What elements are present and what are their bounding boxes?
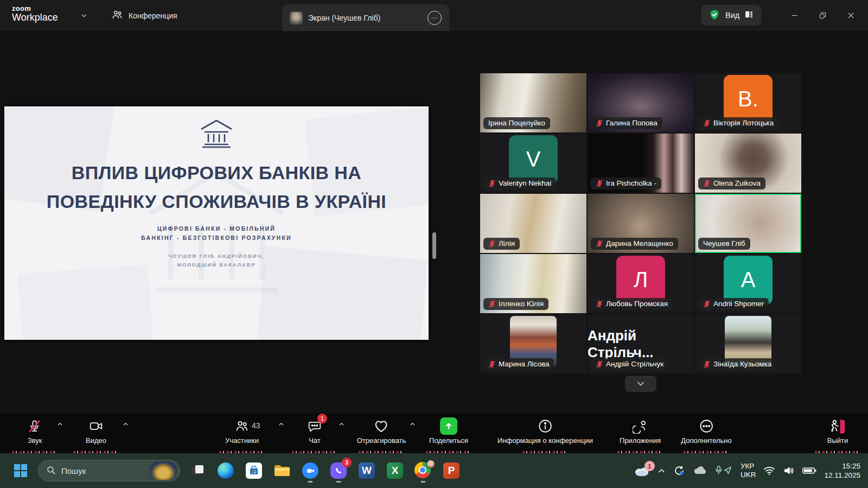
view-button[interactable]: Вид (701, 5, 761, 26)
participant-tile[interactable]: Галина Попова (588, 73, 694, 132)
tray-time: 15:25 (824, 461, 860, 471)
participant-tile[interactable]: ЛЛюбовь Промская (588, 254, 694, 313)
tab-shared-screen-label: Экран (Чеушев Глiб) (308, 14, 380, 22)
weather-badge: 1 (644, 461, 655, 471)
more-toolbar-button[interactable]: Дополнительно (681, 417, 732, 445)
toolbar-button-label: Приложения (620, 436, 661, 445)
chrome-taskbar-button[interactable] (412, 458, 434, 484)
zoom-app-taskbar-button[interactable] (299, 458, 321, 484)
zoom-app-icon (302, 462, 318, 479)
start-button[interactable] (10, 458, 31, 484)
tab-shared-screen[interactable]: Экран (Чеушев Глiб) … (282, 4, 449, 31)
apps-toolbar-button[interactable]: Приложения (620, 417, 661, 445)
chat-toolbar-button[interactable]: 1Чат (308, 417, 322, 445)
toolbar-button-label: Информация о конференции (497, 436, 593, 445)
clock-and-date[interactable]: 15:25 12.11.2025 (824, 461, 860, 480)
minimize-button[interactable] (780, 5, 808, 27)
participant-tile[interactable]: VValentyn Nekhai (480, 134, 586, 193)
tab-options-ellipsis-icon[interactable]: … (427, 11, 442, 25)
muted-mic-icon (596, 300, 603, 308)
hidden-icons-chevron-icon[interactable] (658, 467, 666, 475)
audio-options-chevron-icon[interactable] (56, 420, 63, 430)
apps-icon (633, 419, 648, 434)
taskbar-app-icons: 3WXP (187, 458, 462, 484)
video-options-chevron-icon[interactable] (122, 420, 129, 430)
participant-tile[interactable]: Чеушев Гліб (695, 194, 801, 253)
participant-tile[interactable]: В.Вікторія Лотоцька (695, 73, 801, 132)
participant-name-label: Зінаїда Кузьомка (698, 358, 776, 370)
participant-tile[interactable]: Андрій Стрільч...Андрій Стрільчук (588, 314, 694, 373)
keyboard-language-indicator[interactable]: УКР UKR (741, 462, 756, 479)
sync-status-icon[interactable] (673, 465, 685, 477)
toolbar-button-label: Участники (225, 436, 259, 445)
restore-button[interactable] (808, 5, 837, 27)
participant-tile[interactable]: Olena Zuikova (695, 134, 801, 193)
muted-mic-icon (703, 300, 711, 308)
edge-browser-icon (218, 462, 234, 479)
participant-video-gallery: Ірина ПоцелуйкоГалина ПоповаВ.Вікторія Л… (480, 73, 801, 373)
file-explorer-icon (273, 463, 291, 478)
toolbar-button-label: Выйти (827, 436, 848, 445)
mic-in-use-and-location-icon[interactable] (714, 465, 733, 476)
participant-tile[interactable]: Лілія (480, 194, 586, 253)
leave-toolbar-button[interactable]: Выйти (827, 417, 848, 445)
volume-icon[interactable] (783, 466, 795, 476)
search-placeholder: Пошук (61, 466, 86, 476)
close-button[interactable] (837, 5, 865, 27)
taskbar-search-box[interactable]: Пошук (38, 460, 180, 481)
viber-taskbar-button[interactable]: 3 (328, 458, 349, 484)
participant-name-label: Лілія (483, 238, 520, 250)
weather-widget-icon[interactable]: 1 (634, 465, 650, 477)
participant-initial-avatar: Л (616, 256, 665, 305)
shared-presentation-slide: ВПЛИВ ЦИФРОВИХ БАНКІВ НА ПОВЕДІНКУ СПОЖИ… (4, 106, 429, 340)
powerpoint-taskbar-button[interactable]: P (441, 458, 462, 484)
task-view-icon (190, 463, 205, 478)
microsoft-store-taskbar-button[interactable] (243, 458, 265, 484)
participant-name-label: Любовь Промская (591, 298, 673, 310)
participant-name-text: Ірина Поцелуйко (488, 119, 545, 127)
participant-tile[interactable]: Дарина Мелащенко (588, 194, 694, 253)
edge-browser-taskbar-button[interactable] (215, 458, 237, 484)
battery-icon[interactable] (802, 466, 816, 475)
tab-meeting[interactable]: Конференция (111, 0, 177, 31)
file-explorer-taskbar-button[interactable] (271, 458, 293, 484)
info-toolbar-button[interactable]: Информация о конференции (497, 417, 593, 445)
search-icon (46, 465, 56, 477)
audio-toolbar-button[interactable]: Звук (28, 417, 42, 445)
participant-name-label: Ira Pishcholka - (591, 178, 661, 189)
excel-taskbar-button[interactable]: X (384, 458, 406, 484)
participants-toolbar-button[interactable]: 43Участники (225, 417, 259, 445)
wifi-icon[interactable] (763, 466, 775, 476)
onedrive-cloud-icon[interactable] (693, 466, 707, 476)
leave-icon (829, 419, 846, 434)
running-indicator (421, 481, 426, 483)
layout-grid-icon (744, 10, 754, 21)
react-options-chevron-icon[interactable] (409, 420, 416, 430)
participant-tile[interactable]: Ілленко Юлія (480, 254, 586, 313)
task-view-taskbar-button[interactable] (187, 458, 208, 484)
word-icon: W (359, 462, 375, 479)
share-toolbar-button[interactable]: Поделиться (429, 417, 468, 445)
window-controls (780, 0, 865, 31)
workspace-chevron-down-icon[interactable] (80, 12, 88, 22)
muted-mic-icon (596, 360, 603, 368)
word-taskbar-button[interactable]: W (356, 458, 378, 484)
panel-resize-handle[interactable] (432, 232, 436, 259)
chat-options-chevron-icon[interactable] (338, 420, 345, 430)
muted-mic-icon (596, 119, 603, 127)
participant-name-text: Зінаїда Кузьомка (713, 360, 771, 368)
participant-tile[interactable]: Марина Лісова (480, 314, 586, 373)
participant-tile[interactable]: AAndrii Shpomer (695, 254, 801, 313)
participants-options-chevron-icon[interactable] (278, 420, 285, 430)
video-toolbar-button[interactable]: Видео (86, 417, 106, 445)
system-tray: 1 УКР UKR (634, 461, 860, 480)
search-highlight-image[interactable] (150, 461, 177, 480)
react-toolbar-button[interactable]: Отреагировать (357, 417, 406, 445)
participant-name-text: Ілленко Юлія (499, 300, 544, 308)
slide-subtitle: ЦИФРОВІ БАНКИ - МОБІЛЬНИЙ БАНКІНГ - БЕЗГ… (141, 224, 291, 243)
participant-name-label: Дарина Мелащенко (591, 238, 678, 250)
participant-tile[interactable]: Ira Pishcholka - (588, 134, 694, 193)
participant-tile[interactable]: Ірина Поцелуйко (480, 73, 586, 132)
gallery-scroll-down-button[interactable] (625, 376, 656, 392)
participant-tile[interactable]: Зінаїда Кузьомка (695, 314, 801, 373)
